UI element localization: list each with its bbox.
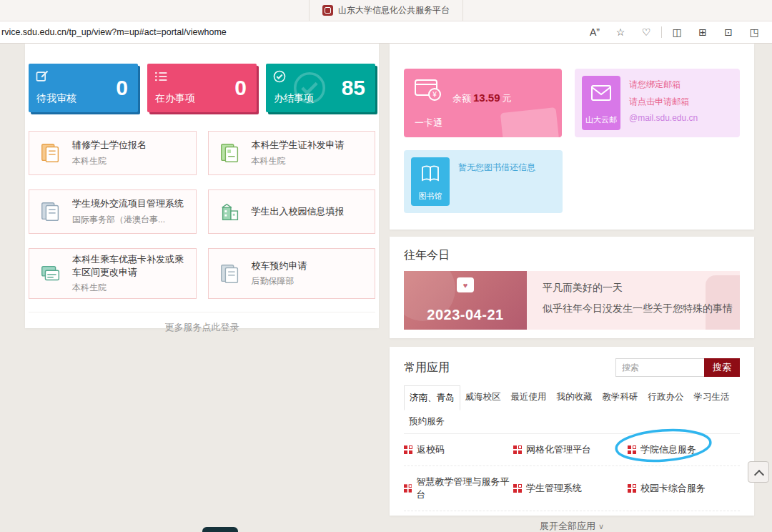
campus-card-label: 一卡通	[415, 117, 442, 129]
service-card-campus-entry-exit[interactable]: 学生出入校园信息填报	[208, 189, 376, 234]
on-this-day-title: 往年今日	[404, 248, 740, 263]
stat-value: 85	[342, 76, 365, 100]
app-search-input[interactable]	[615, 358, 704, 377]
banner-line1: 平凡而美好的一天	[543, 282, 740, 295]
common-apps-title: 常用应用	[404, 360, 450, 375]
mail-icon-block: 山大云邮	[582, 76, 620, 130]
library-message: 暂无您图书借还信息	[458, 157, 535, 206]
banner-date: 2023-04-21	[404, 307, 527, 323]
site-favicon-icon	[322, 5, 333, 16]
tab-study-life[interactable]: 学习生活	[689, 385, 735, 410]
stat-card-completed[interactable]: 办结事项 85	[266, 64, 375, 112]
tab-teaching-research[interactable]: 教学科研	[598, 385, 643, 410]
app-search-button[interactable]: 搜索	[704, 358, 740, 377]
library-widget[interactable]: 图书馆 暂无您图书借还信息	[404, 150, 563, 213]
tab-weihai-campus[interactable]: 威海校区	[460, 385, 506, 410]
id-card-icon	[216, 141, 244, 165]
app-grid-icon	[513, 445, 522, 454]
app-campus-card-service[interactable]: 校园卡综合服务	[628, 476, 740, 501]
urlbar-icons: A” ☆ ♡ ◫ ⊞ ⊡ ◳	[584, 24, 772, 41]
service-title: 本科生学生证补发申请	[252, 139, 345, 152]
stat-label: 待我审核	[36, 92, 76, 105]
service-title: 学生境外交流项目管理系统	[72, 197, 184, 210]
common-apps-panel: 常用应用 搜索 济南、青岛 威海校区 最近使用 我的收藏 教学科研 行政办公 学…	[390, 347, 754, 516]
stat-card-pending-review[interactable]: 待我审核 0	[29, 64, 138, 112]
cloud-mail-widget[interactable]: 山大云邮 请您绑定邮箱 请点击申请邮箱 @mail.sdu.edu.cn	[575, 69, 740, 137]
on-this-day-banner: ♥ 2023-04-21 平凡而美好的一天 似乎往年今日没发生一些关于您特殊的事…	[404, 271, 740, 330]
document-icon	[36, 200, 65, 224]
portal-page: 待我审核 0 在办事项 0 办结事项 85 辅修学士学位报名 本科生院	[0, 44, 772, 532]
service-dept: 国际事务部（港澳台事...	[72, 214, 184, 226]
app-tabs: 济南、青岛 威海校区 最近使用 我的收藏 教学科研 行政办公 学习生活 预约服务	[404, 385, 740, 434]
tab-jinan-qingdao[interactable]: 济南、青岛	[404, 385, 460, 410]
favorites-icon[interactable]: ☆	[610, 24, 631, 41]
list-icon	[154, 69, 168, 84]
todo-services-panel: 待我审核 0 在办事项 0 办结事项 85 辅修学士学位报名 本科生院	[25, 44, 379, 328]
app-grid-management-platform[interactable]: 网格化管理平台	[513, 443, 628, 456]
browser-essentials-icon[interactable]: ♡	[635, 24, 657, 41]
service-title: 校车预约申请	[252, 260, 307, 272]
service-dept: 本科生院	[252, 155, 345, 167]
service-dept: 本科生院	[72, 282, 189, 294]
extensions-icon[interactable]: ⊡	[718, 24, 739, 41]
tab-my-favorites[interactable]: 我的收藏	[552, 385, 598, 410]
service-card-school-bus-booking[interactable]: 校车预约申请 后勤保障部	[208, 248, 376, 299]
mail-bind-hint[interactable]: 请您绑定邮箱	[629, 79, 698, 91]
balance-text: 余额13.59元	[452, 92, 512, 105]
ticket-card-icon	[36, 262, 65, 286]
app-grid-icon	[628, 484, 636, 493]
mail-domain: @mail.sdu.edu.cn	[629, 113, 698, 123]
edit-icon	[35, 69, 49, 84]
app-grid-icon	[513, 484, 522, 493]
service-grid: 辅修学士学位报名 本科生院 本科生学生证补发申请 本科生院 学生境外交流项目管理…	[29, 131, 375, 299]
app-college-info-service[interactable]: 学院信息服务	[628, 443, 740, 456]
app-grid-icon	[404, 484, 412, 493]
read-aloud-icon[interactable]: A”	[584, 24, 605, 41]
stat-value: 0	[234, 76, 247, 100]
campus-card-widget[interactable]: ¥ 余额13.59元 一卡通	[404, 69, 562, 137]
app-search: 搜索	[615, 358, 740, 377]
expand-all-apps[interactable]: 展开全部应用∨	[404, 511, 740, 532]
tab-administration[interactable]: 行政办公	[643, 385, 689, 410]
app-row: 返校码 网格化管理平台 学院信息服务	[404, 434, 740, 466]
bottom-widget[interactable]	[202, 527, 238, 532]
service-card-minor-degree[interactable]: 辅修学士学位报名 本科生院	[29, 131, 197, 175]
card-decoration	[500, 107, 559, 137]
banner-image: ♥ 2023-04-21	[404, 271, 527, 330]
document-icon	[216, 262, 244, 286]
book-icon	[420, 164, 440, 183]
address-input[interactable]: rvice.sdu.edu.cn/tp_up/view?m=up#act=por…	[0, 27, 584, 37]
calendar-heart-icon: ♥	[457, 277, 474, 292]
building-icon	[216, 200, 244, 224]
more-services-link[interactable]: 更多服务点此登录	[29, 312, 375, 343]
app-smart-teaching-platform[interactable]: 智慧教学管理与服务平台	[404, 476, 513, 501]
service-card-bus-discount-card[interactable]: 本科生乘车优惠卡补发或乘车区间更改申请 本科生院	[29, 248, 197, 299]
urlbar-separator	[661, 26, 662, 38]
split-screen-icon[interactable]: ◫	[666, 24, 688, 41]
app-student-management-system[interactable]: 学生管理系统	[513, 476, 628, 501]
scroll-to-top-button[interactable]	[748, 461, 769, 483]
app-return-code[interactable]: 返校码	[404, 443, 513, 456]
browser-tab-bar: 山东大学信息化公共服务平台	[0, 0, 772, 21]
tab-reservation-services[interactable]: 预约服务	[404, 410, 450, 433]
service-card-overseas-exchange[interactable]: 学生境外交流项目管理系统 国际事务部（港澳台事...	[29, 189, 197, 234]
stats-row: 待我审核 0 在办事项 0 办结事项 85	[29, 64, 375, 112]
app-row: 智慧教学管理与服务平台 学生管理系统 校园卡综合服务	[404, 466, 740, 511]
collections-icon[interactable]: ⊞	[692, 24, 713, 41]
browser-url-bar: rvice.sdu.edu.cn/tp_up/view?m=up#act=por…	[0, 21, 772, 44]
service-dept: 后勤保障部	[252, 275, 307, 287]
stat-card-in-progress[interactable]: 在办事项 0	[147, 64, 257, 112]
mail-apply-hint[interactable]: 请点击申请邮箱	[629, 96, 698, 108]
bank-card-icon: ¥	[414, 78, 442, 102]
library-label: 图书馆	[419, 191, 442, 202]
service-dept: 本科生院	[72, 155, 147, 167]
service-title: 学生出入校园信息填报	[252, 205, 345, 218]
mail-label: 山大云邮	[585, 114, 617, 125]
service-card-student-id-reissue[interactable]: 本科生学生证补发申请 本科生院	[208, 131, 376, 175]
browser-tab[interactable]: 山东大学信息化公共服务平台	[309, 0, 463, 21]
copilot-icon[interactable]: ◳	[743, 24, 765, 41]
tab-recently-used[interactable]: 最近使用	[506, 385, 552, 410]
chevron-down-icon: ∨	[598, 522, 604, 531]
library-icon-block: 图书馆	[411, 157, 450, 206]
envelope-icon	[590, 84, 612, 102]
